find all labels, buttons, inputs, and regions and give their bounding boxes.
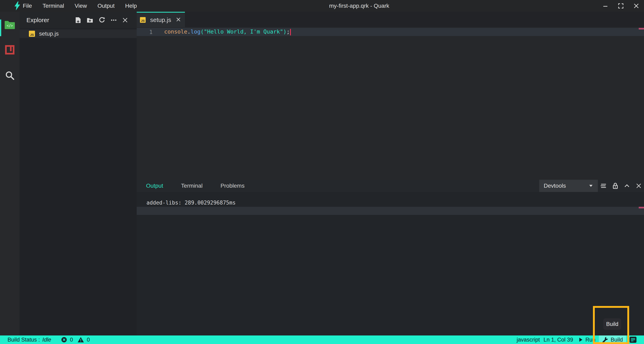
new-file-button[interactable] — [75, 17, 81, 23]
npm-icon — [5, 45, 14, 54]
build-log-button[interactable] — [630, 337, 636, 344]
file-name: setup.js — [39, 30, 59, 37]
refresh-icon — [99, 17, 105, 23]
cursor-position-indicator[interactable]: Ln 1, Col 39 — [544, 336, 573, 344]
warning-count: 0 — [87, 337, 90, 343]
close-window-button[interactable] — [628, 0, 644, 12]
line-number: 1 — [137, 29, 152, 35]
build-label: Build — [611, 337, 623, 343]
code-line-1: 1 console.log("Hello World, I'm Quark"); — [137, 28, 644, 36]
code-token-method: log — [190, 28, 200, 35]
build-status-label: Build Status : — [8, 337, 40, 343]
code-token-dot: . — [187, 28, 190, 35]
close-icon — [176, 17, 181, 22]
menu-help[interactable]: Help — [125, 3, 137, 9]
title-bar: File Terminal View Output Help my-first-… — [0, 0, 644, 12]
close-icon — [634, 3, 639, 8]
build-status-value: Idle — [42, 337, 51, 343]
close-icon — [636, 183, 641, 188]
code-token-semicolon: ; — [286, 28, 290, 35]
new-folder-icon — [87, 17, 93, 23]
explorer-actions — [75, 17, 128, 23]
status-bar: Build Status : Idle 0 0 javascript Ln 1,… — [0, 336, 644, 344]
refresh-button[interactable] — [99, 17, 105, 23]
explorer-title: Explorer — [26, 17, 49, 23]
run-button[interactable]: Run — [579, 336, 596, 344]
maximize-icon — [618, 3, 624, 8]
window-title: my-first-app.qrk - Quark — [329, 0, 389, 12]
editor-tab-bar: JS setup.js — [137, 12, 644, 27]
editor-area: JS setup.js 1 console.log("Hello World, … — [137, 12, 644, 336]
close-icon — [122, 17, 128, 23]
activity-npm-button[interactable] — [0, 45, 20, 54]
menu-view[interactable]: View — [75, 3, 87, 9]
tab-problems[interactable]: Problems — [220, 183, 244, 189]
new-file-icon — [75, 17, 81, 23]
code-token-string: ("Hello World, I'm Quark") — [200, 28, 286, 35]
tab-output[interactable]: Output — [146, 183, 163, 189]
maximize-button[interactable] — [613, 0, 628, 12]
more-options-button[interactable] — [111, 17, 117, 23]
js-file-icon: JS — [29, 31, 35, 37]
menu-output[interactable]: Output — [98, 3, 114, 9]
tab-terminal[interactable]: Terminal — [181, 183, 202, 189]
chevron-up-icon — [624, 184, 630, 187]
scrollbar-position-marker — [639, 207, 644, 208]
more-icon — [111, 17, 117, 23]
run-label: Run — [586, 337, 596, 343]
error-count: 0 — [70, 337, 73, 343]
search-icon — [5, 70, 15, 80]
close-explorer-button[interactable] — [122, 17, 128, 23]
js-file-icon: JS — [140, 17, 146, 23]
code-text: console.log("Hello World, I'm Quark"); — [164, 28, 291, 35]
close-panel-button[interactable] — [636, 183, 642, 189]
chevron-down-icon — [589, 184, 593, 187]
lock-icon — [612, 183, 618, 189]
log-list-icon — [630, 337, 636, 343]
build-status-group: Build Status : Idle 0 0 — [8, 336, 90, 344]
menu-terminal[interactable]: Terminal — [42, 3, 64, 9]
file-item-setupjs[interactable]: JS setup.js — [20, 29, 137, 38]
minimize-button[interactable] — [598, 0, 613, 12]
devtools-dropdown-value: Devtools — [544, 183, 566, 189]
menu-bar: File Terminal View Output Help — [23, 0, 137, 12]
code-token-object: console — [164, 28, 187, 35]
explorer-panel: Explorer — [20, 12, 137, 336]
lock-scroll-button[interactable] — [612, 183, 618, 189]
activity-files-button[interactable]: </> — [0, 20, 20, 30]
tab-label: setup.js — [150, 16, 171, 23]
quark-ide-window: File Terminal View Output Help my-first-… — [0, 0, 644, 344]
build-tooltip: Build — [603, 318, 621, 330]
svg-text:</>: </> — [7, 23, 13, 28]
explorer-header: Explorer — [20, 12, 137, 28]
build-button[interactable]: Build — [599, 336, 626, 344]
window-controls — [598, 0, 644, 12]
error-icon[interactable] — [61, 337, 67, 343]
activity-bar: </> — [0, 12, 20, 336]
bottom-panel: Output Terminal Problems Devtools — [137, 180, 644, 336]
wrench-icon — [602, 337, 608, 343]
close-tab-button[interactable] — [176, 17, 181, 23]
language-indicator[interactable]: javascript — [517, 336, 540, 344]
scrollbar-cursor-marker — [639, 28, 644, 29]
output-log-line: added-libs: 289.0029296875ms — [146, 199, 236, 207]
activity-search-button[interactable] — [0, 70, 20, 80]
tab-setupjs[interactable]: JS setup.js — [137, 12, 185, 27]
clear-output-button[interactable] — [600, 183, 606, 189]
files-icon: </> — [4, 20, 16, 30]
devtools-dropdown[interactable]: Devtools — [539, 180, 598, 192]
text-cursor — [290, 29, 291, 35]
code-editor[interactable]: 1 console.log("Hello World, I'm Quark"); — [137, 27, 644, 180]
output-active-row — [137, 207, 644, 215]
minimize-icon — [603, 3, 608, 8]
menu-file[interactable]: File — [23, 3, 32, 9]
clear-icon — [600, 183, 606, 188]
play-icon — [579, 338, 582, 342]
quark-logo-lightning-icon — [14, 1, 21, 10]
warning-icon[interactable] — [78, 337, 84, 343]
new-folder-button[interactable] — [87, 17, 93, 23]
collapse-panel-button[interactable] — [624, 183, 630, 189]
